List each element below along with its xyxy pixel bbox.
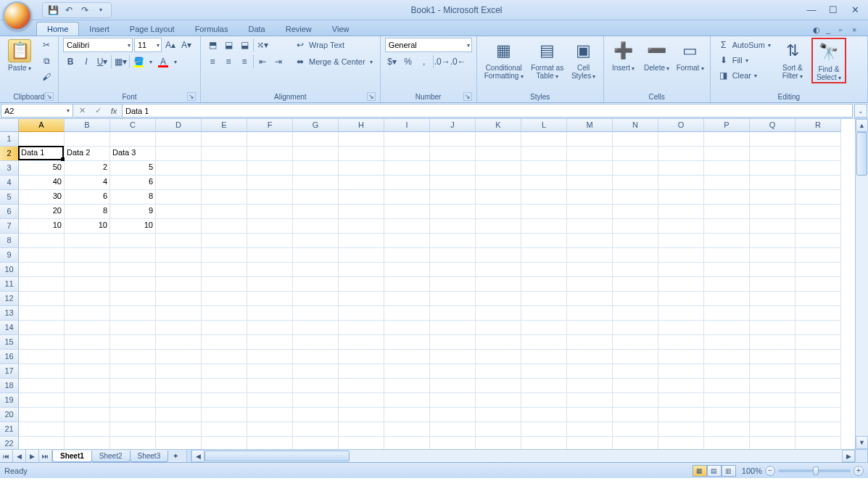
scroll-right-icon[interactable]: ▶ xyxy=(842,450,855,462)
cell[interactable] xyxy=(339,190,384,205)
row-header[interactable]: 8 xyxy=(0,234,19,248)
column-header[interactable]: L xyxy=(521,119,567,132)
cell[interactable] xyxy=(521,190,567,205)
cell[interactable] xyxy=(293,335,339,350)
cell[interactable] xyxy=(156,422,202,437)
cell[interactable] xyxy=(613,408,658,422)
cell[interactable]: 9 xyxy=(110,205,156,219)
cell[interactable] xyxy=(202,234,247,248)
insert-cells-button[interactable]: ➕Insert xyxy=(608,38,639,72)
insert-function-icon[interactable]: fx xyxy=(106,107,122,115)
cell[interactable] xyxy=(65,379,110,393)
ribbon-minimize-icon[interactable]: _ xyxy=(826,25,836,36)
cell[interactable] xyxy=(567,422,613,437)
cell[interactable] xyxy=(521,292,567,306)
cell[interactable] xyxy=(613,277,658,292)
cell[interactable] xyxy=(339,277,384,292)
sheet-nav-next-icon[interactable]: ▶ xyxy=(26,450,39,462)
cell[interactable] xyxy=(795,408,841,422)
cell[interactable] xyxy=(293,350,339,364)
cell[interactable] xyxy=(613,219,658,234)
cell[interactable] xyxy=(613,147,658,161)
row-header[interactable]: 6 xyxy=(0,205,19,219)
cell[interactable] xyxy=(19,393,65,408)
cell[interactable] xyxy=(430,132,476,147)
cell[interactable] xyxy=(65,306,110,321)
cell[interactable] xyxy=(430,219,476,234)
cell[interactable] xyxy=(65,335,110,350)
clear-button[interactable]: ◨Clear▾ xyxy=(715,68,774,83)
cell[interactable] xyxy=(202,408,247,422)
cell[interactable] xyxy=(202,161,247,176)
cell[interactable] xyxy=(613,306,658,321)
qat-customize-icon[interactable]: ▾ xyxy=(95,4,107,16)
cell[interactable] xyxy=(339,248,384,263)
row-header[interactable]: 15 xyxy=(0,335,19,350)
cell[interactable] xyxy=(293,147,339,161)
cell[interactable] xyxy=(202,132,247,147)
cell[interactable] xyxy=(247,277,293,292)
cell[interactable] xyxy=(658,350,704,364)
cell[interactable] xyxy=(202,147,247,161)
cell[interactable] xyxy=(339,422,384,437)
cell[interactable] xyxy=(202,277,247,292)
sheet-tab-sheet3[interactable]: Sheet3 xyxy=(130,451,169,462)
cell[interactable] xyxy=(795,277,841,292)
cell[interactable] xyxy=(19,364,65,379)
cell[interactable] xyxy=(521,263,567,277)
cell[interactable] xyxy=(65,364,110,379)
shrink-font-icon[interactable]: A▾ xyxy=(179,38,194,52)
cell[interactable] xyxy=(156,335,202,350)
cell[interactable] xyxy=(658,161,704,176)
cell[interactable] xyxy=(430,234,476,248)
sheet-nav-prev-icon[interactable]: ◀ xyxy=(13,450,26,462)
cell[interactable] xyxy=(795,306,841,321)
cell[interactable] xyxy=(521,335,567,350)
cell[interactable] xyxy=(293,306,339,321)
cell[interactable] xyxy=(247,292,293,306)
fill-color-dropdown-icon[interactable]: ▾ xyxy=(147,54,154,69)
copy-icon[interactable]: ⧉ xyxy=(39,54,54,68)
format-painter-icon[interactable]: 🖌 xyxy=(39,70,54,84)
column-header[interactable]: R xyxy=(795,119,841,132)
cell[interactable] xyxy=(384,393,430,408)
cell[interactable] xyxy=(567,132,613,147)
column-header[interactable]: I xyxy=(384,119,430,132)
cell[interactable] xyxy=(750,132,795,147)
cell[interactable] xyxy=(156,277,202,292)
cell[interactable] xyxy=(613,176,658,190)
cell[interactable] xyxy=(339,393,384,408)
cell[interactable] xyxy=(202,335,247,350)
cell[interactable] xyxy=(110,321,156,335)
cell[interactable] xyxy=(430,393,476,408)
cell[interactable] xyxy=(384,147,430,161)
column-header[interactable]: F xyxy=(247,119,293,132)
cell[interactable] xyxy=(613,321,658,335)
cell[interactable] xyxy=(704,176,750,190)
cell[interactable] xyxy=(202,350,247,364)
cell[interactable] xyxy=(521,277,567,292)
align-center-icon[interactable]: ≡ xyxy=(221,54,236,69)
cell[interactable] xyxy=(339,408,384,422)
cell[interactable] xyxy=(19,335,65,350)
cell[interactable] xyxy=(750,292,795,306)
cell[interactable] xyxy=(521,437,567,449)
cell[interactable] xyxy=(110,437,156,449)
cell[interactable] xyxy=(202,393,247,408)
autosum-button[interactable]: ΣAutoSum▾ xyxy=(715,38,774,52)
font-color-button[interactable]: A xyxy=(156,54,170,69)
cell[interactable] xyxy=(384,132,430,147)
cell[interactable] xyxy=(293,321,339,335)
cell[interactable] xyxy=(110,335,156,350)
cell[interactable] xyxy=(567,176,613,190)
cell[interactable] xyxy=(339,234,384,248)
cell[interactable] xyxy=(156,176,202,190)
cell[interactable] xyxy=(613,437,658,449)
cell[interactable] xyxy=(110,248,156,263)
cell[interactable] xyxy=(110,364,156,379)
cell[interactable] xyxy=(156,234,202,248)
cell[interactable] xyxy=(704,277,750,292)
cell[interactable] xyxy=(567,248,613,263)
cell[interactable] xyxy=(795,205,841,219)
italic-button[interactable]: I xyxy=(79,54,94,69)
